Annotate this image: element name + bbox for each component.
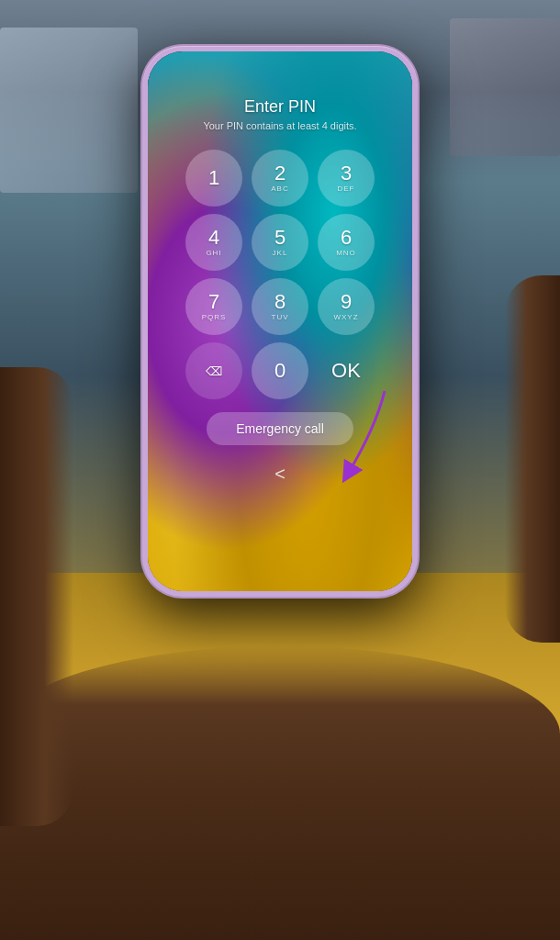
key-1-num: 1 bbox=[208, 168, 219, 188]
key-6-letters: MNO bbox=[336, 249, 356, 257]
phone-body: Enter PIN Your PIN contains at least 4 d… bbox=[142, 46, 418, 597]
emergency-call-button[interactable]: Emergency call bbox=[207, 412, 353, 445]
key-backspace[interactable]: ⌫ bbox=[185, 342, 242, 399]
key-4-letters: GHI bbox=[206, 249, 221, 257]
key-7-letters: PQRS bbox=[202, 313, 227, 321]
key-4[interactable]: 4 GHI bbox=[185, 214, 242, 271]
key-0[interactable]: 0 bbox=[252, 342, 308, 399]
key-3-letters: DEF bbox=[338, 185, 355, 193]
keypad-row-2: 4 GHI 5 JKL 6 MNO bbox=[185, 214, 375, 271]
key-8-letters: TUV bbox=[272, 313, 289, 321]
key-5[interactable]: 5 JKL bbox=[252, 214, 308, 271]
key-1[interactable]: 1 bbox=[185, 150, 242, 207]
keypad-row-3: 7 PQRS 8 TUV 9 WXYZ bbox=[185, 278, 375, 335]
monitor-right bbox=[450, 18, 560, 156]
back-button[interactable]: < bbox=[256, 456, 304, 492]
key-8[interactable]: 8 TUV bbox=[252, 278, 308, 335]
keypad-row-1: 1 2 ABC 3 DEF bbox=[185, 150, 375, 207]
lock-screen: Enter PIN Your PIN contains at least 4 d… bbox=[148, 51, 412, 591]
key-ok[interactable]: OK bbox=[318, 342, 375, 399]
key-5-num: 5 bbox=[274, 228, 286, 248]
pin-title: Enter PIN bbox=[244, 97, 316, 117]
key-6[interactable]: 6 MNO bbox=[318, 214, 375, 271]
monitor-left bbox=[0, 28, 138, 193]
key-2-letters: ABC bbox=[271, 185, 288, 193]
key-8-num: 8 bbox=[274, 292, 286, 312]
key-2-num: 2 bbox=[274, 163, 286, 184]
key-6-num: 6 bbox=[341, 228, 352, 248]
key-7[interactable]: 7 PQRS bbox=[185, 278, 242, 335]
phone-screen-area: Enter PIN Your PIN contains at least 4 d… bbox=[148, 51, 412, 591]
key-9-letters: WXYZ bbox=[333, 313, 358, 321]
key-3-num: 3 bbox=[341, 163, 352, 184]
key-ok-label: OK bbox=[331, 361, 361, 381]
lock-content: Enter PIN Your PIN contains at least 4 d… bbox=[148, 79, 412, 591]
hand-left bbox=[0, 367, 73, 826]
hand-bottom bbox=[0, 646, 560, 940]
key-0-num: 0 bbox=[274, 361, 286, 381]
key-5-letters: JKL bbox=[273, 249, 288, 257]
key-4-num: 4 bbox=[208, 228, 219, 248]
key-9[interactable]: 9 WXYZ bbox=[318, 278, 375, 335]
hand-right bbox=[505, 275, 560, 643]
pin-subtitle: Your PIN contains at least 4 digits. bbox=[203, 120, 356, 131]
key-9-num: 9 bbox=[341, 292, 352, 312]
backspace-icon: ⌫ bbox=[206, 364, 222, 378]
key-2[interactable]: 2 ABC bbox=[252, 150, 308, 207]
keypad-row-bottom: ⌫ 0 OK bbox=[185, 342, 375, 399]
keypad: 1 2 ABC 3 DEF bbox=[162, 150, 398, 399]
key-3[interactable]: 3 DEF bbox=[318, 150, 375, 207]
key-7-num: 7 bbox=[208, 292, 219, 312]
phone-container: Enter PIN Your PIN contains at least 4 d… bbox=[142, 46, 418, 597]
